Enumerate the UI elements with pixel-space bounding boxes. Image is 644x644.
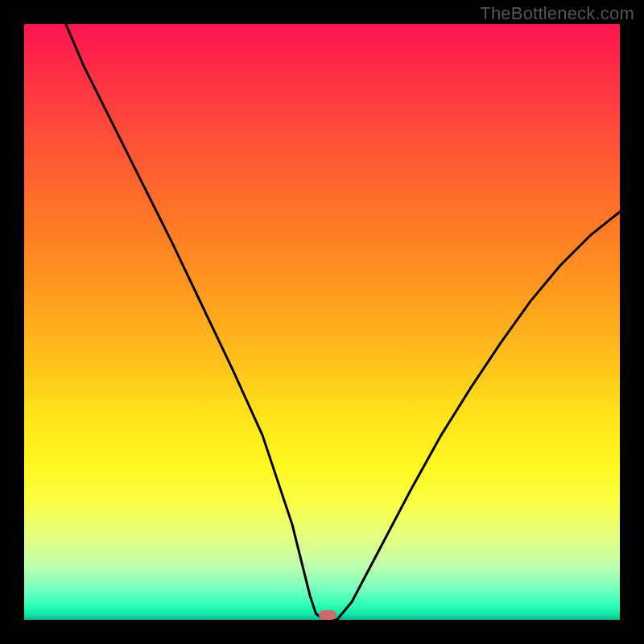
plot-area (24, 24, 620, 620)
watermark-label: TheBottleneck.com (480, 3, 634, 24)
bottleneck-curve (24, 24, 620, 620)
curve-path (66, 24, 620, 620)
chart-frame: TheBottleneck.com (0, 0, 644, 644)
optimum-marker (319, 610, 336, 620)
